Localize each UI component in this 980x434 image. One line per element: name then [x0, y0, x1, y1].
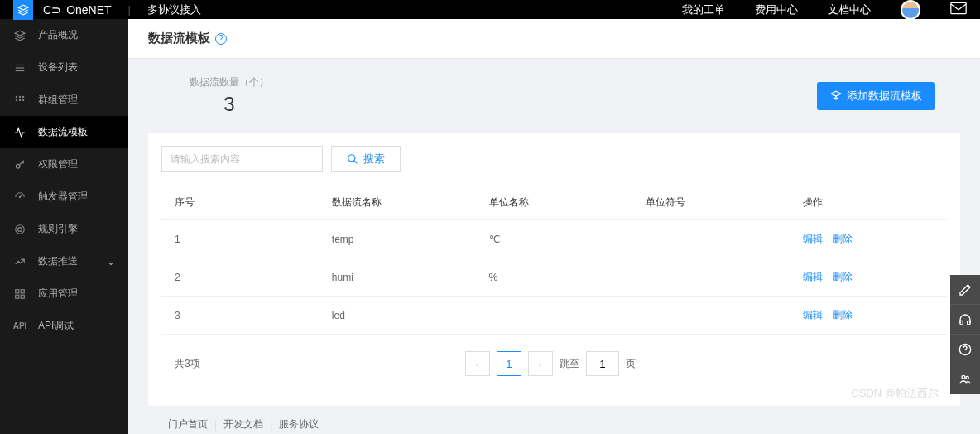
chevron-down-icon: ⌄ [107, 256, 115, 268]
edit-link[interactable]: 编辑 [803, 233, 823, 244]
table-row: 1temp℃编辑删除 [161, 220, 947, 258]
sidebar-item-label: 触发器管理 [38, 190, 88, 204]
cell-unit-name [476, 297, 633, 335]
cell-unit-name: ℃ [476, 220, 633, 258]
nav-billing[interactable]: 费用中心 [755, 2, 798, 17]
header-subtitle: 多协议接入 [147, 2, 201, 17]
search-button-label: 搜索 [363, 152, 385, 166]
mail-icon[interactable] [950, 2, 967, 17]
sidebar-item-cube[interactable]: 产品概况 [0, 19, 128, 51]
cell-actions: 编辑删除 [790, 258, 947, 297]
sidebar-item-list[interactable]: 设备列表 [0, 51, 128, 84]
float-support-icon[interactable] [950, 305, 980, 335]
table-header: 单位符号 [632, 186, 790, 220]
svg-point-7 [16, 99, 17, 100]
sidebar-item-label: 群组管理 [38, 93, 78, 107]
sidebar-item-label: 权限管理 [38, 157, 78, 171]
stat-label: 数据流数量（个） [190, 75, 269, 89]
apps-icon [13, 288, 26, 300]
float-users-icon[interactable] [950, 364, 980, 394]
help-icon[interactable]: ? [215, 33, 227, 45]
cell-actions: 编辑删除 [790, 220, 947, 258]
cell-name: humi [319, 258, 476, 297]
search-input[interactable] [161, 146, 323, 172]
sidebar-item-apps[interactable]: 应用管理 [0, 277, 128, 310]
sidebar-item-target[interactable]: 规则引擎 [0, 213, 128, 245]
cell-name: led [319, 297, 476, 335]
sidebar-item-label: 产品概况 [38, 28, 78, 42]
brand-name: OneNET [66, 3, 111, 17]
header-divider: | [128, 3, 131, 16]
sidebar-item-key[interactable]: 权限管理 [0, 148, 128, 181]
pagination: 共3项 ‹ 1 › 跳至 页 [161, 335, 947, 393]
svg-point-10 [16, 164, 20, 168]
cell-seq: 1 [161, 220, 319, 258]
sidebar-item-dashboard[interactable]: 触发器管理 [0, 181, 128, 213]
svg-rect-14 [16, 289, 19, 292]
page-jump-input[interactable] [586, 351, 619, 376]
cube-icon [13, 30, 26, 41]
logo-cube-icon[interactable] [13, 0, 33, 20]
list-icon [13, 62, 26, 74]
key-icon [13, 159, 26, 171]
float-edit-icon[interactable] [950, 275, 980, 305]
footer-link-terms[interactable]: 服务协议 [279, 417, 319, 432]
table-header: 单位名称 [476, 186, 633, 220]
pagination-total: 共3项 [175, 357, 200, 371]
delete-link[interactable]: 删除 [833, 233, 853, 244]
table-header: 序号 [161, 186, 319, 220]
float-toolbar [950, 275, 980, 394]
nav-docs[interactable]: 文档中心 [828, 2, 871, 17]
page-prev-button[interactable]: ‹ [465, 351, 490, 376]
api-icon: API [13, 321, 26, 330]
stat-value: 3 [190, 93, 269, 116]
sidebar-item-label: 数据推送 [38, 254, 78, 268]
svg-rect-17 [21, 295, 24, 298]
sidebar-item-push[interactable]: 数据推送⌄ [0, 245, 128, 277]
delete-link[interactable]: 删除 [833, 309, 853, 321]
delete-link[interactable]: 删除 [833, 271, 853, 282]
main-content: 数据流模板 ? 数据流数量（个） 3 添加数据流模板 [128, 19, 980, 434]
search-button[interactable]: 搜索 [331, 146, 401, 172]
float-help-icon[interactable] [950, 335, 980, 364]
footer-link-portal[interactable]: 门户首页 [168, 417, 208, 432]
svg-point-12 [16, 224, 25, 234]
stats-row: 数据流数量（个） 3 添加数据流模板 [148, 75, 960, 133]
table-header: 操作 [790, 186, 947, 220]
add-button-label: 添加数据流模板 [847, 89, 922, 104]
page-unit: 页 [626, 357, 636, 371]
footer-link-docs[interactable]: 开发文档 [223, 417, 263, 432]
sidebar: 产品概况设备列表群组管理数据流模板权限管理触发器管理规则引擎数据推送⌄应用管理A… [0, 19, 128, 434]
data-table: 序号数据流名称单位名称单位符号操作 1temp℃编辑删除2humi%编辑删除3l… [161, 186, 947, 335]
page-number-button[interactable]: 1 [497, 351, 521, 376]
page-next-button[interactable]: › [528, 351, 553, 376]
page-title-bar: 数据流模板 ? [128, 19, 980, 59]
svg-point-18 [348, 155, 355, 162]
cell-unit-symbol [632, 258, 790, 297]
sidebar-item-label: API调试 [38, 319, 74, 333]
svg-point-9 [22, 99, 24, 100]
svg-point-20 [962, 375, 965, 379]
logo-text: C⊃ OneNET [43, 3, 112, 17]
top-header: C⊃ OneNET | 多协议接入 我的工单 费用中心 文档中心 [0, 0, 980, 19]
sidebar-item-label: 规则引擎 [38, 222, 78, 236]
avatar[interactable] [901, 0, 920, 20]
sidebar-item-pulse[interactable]: 数据流模板 [0, 116, 128, 148]
header-nav: 我的工单 费用中心 文档中心 [682, 0, 967, 20]
sidebar-item-api[interactable]: APIAPI调试 [0, 310, 128, 342]
sidebar-item-grid[interactable]: 群组管理 [0, 84, 128, 116]
dashboard-icon [13, 191, 26, 203]
table-row: 2humi%编辑删除 [161, 258, 947, 297]
edit-link[interactable]: 编辑 [803, 309, 823, 321]
svg-point-5 [19, 95, 21, 97]
nav-tickets[interactable]: 我的工单 [682, 2, 725, 17]
svg-point-13 [18, 227, 22, 231]
add-template-button[interactable]: 添加数据流模板 [817, 82, 935, 110]
svg-rect-0 [951, 2, 966, 13]
brand-symbol: C⊃ [43, 3, 61, 17]
svg-point-21 [966, 376, 968, 379]
table-card: 搜索 序号数据流名称单位名称单位符号操作 1temp℃编辑删除2humi%编辑删… [148, 133, 960, 406]
edit-link[interactable]: 编辑 [803, 271, 823, 282]
sidebar-item-label: 应用管理 [38, 287, 78, 301]
cell-actions: 编辑删除 [790, 297, 947, 335]
